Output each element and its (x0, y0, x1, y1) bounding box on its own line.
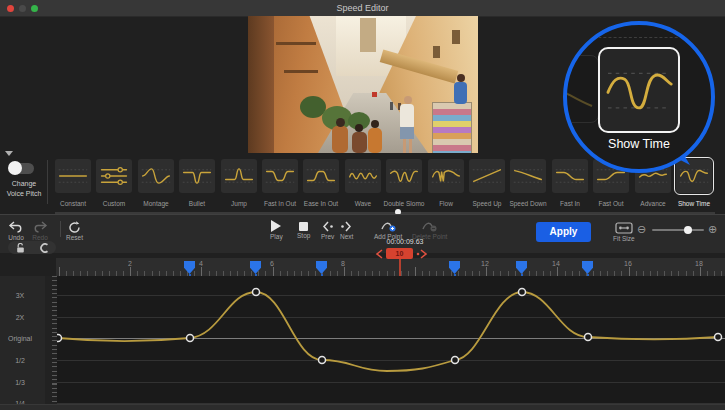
speed-axis-ruler (45, 276, 57, 404)
preview-window (433, 46, 440, 58)
stop-button[interactable]: Stop (297, 221, 310, 239)
keyframe-point[interactable] (187, 335, 194, 342)
preset-curve-icon (57, 163, 89, 189)
redo-button[interactable]: Redo (32, 221, 48, 241)
preset-curve-icon (223, 163, 255, 189)
delete-point-button[interactable]: Delete Point (412, 220, 447, 240)
keyframe-point[interactable] (319, 357, 326, 364)
preset-curve-icon (140, 163, 172, 189)
window-title: Speed Editor (0, 0, 725, 16)
preset-tile-double-slomo[interactable] (386, 159, 422, 193)
keyframe-point[interactable] (519, 289, 526, 296)
preset-tile-custom[interactable] (96, 159, 132, 193)
redo-icon (32, 221, 48, 233)
playhead-next-handle[interactable] (416, 249, 428, 259)
preview-window (452, 30, 460, 44)
preset-tile-constant[interactable] (55, 159, 91, 193)
keyframe-point[interactable] (253, 289, 260, 296)
lock-pill (8, 241, 56, 254)
play-icon (271, 220, 281, 232)
preview-person-skirt (400, 127, 414, 139)
curve-mode-icon[interactable] (40, 243, 49, 253)
magnifier-callout: Show Time (563, 21, 715, 173)
preset-tile-speed-down[interactable] (510, 159, 546, 193)
zoom-slider-handle[interactable] (684, 226, 692, 234)
preview-balcony (284, 70, 318, 73)
divider (60, 221, 61, 237)
callout-label: Show Time (567, 137, 711, 151)
prev-frame-button[interactable]: Prev (321, 221, 334, 240)
timecode-display: 00:00:09.63 (370, 238, 440, 245)
ruler-number: 2 (128, 260, 132, 267)
collapse-section-icon[interactable] (5, 151, 13, 156)
preset-tile-flow[interactable] (428, 159, 464, 193)
preset-label: Double Slomo (380, 200, 428, 207)
preset-label: Speed Down (504, 200, 552, 207)
apply-button[interactable]: Apply (536, 222, 591, 242)
preset-curve-icon (305, 163, 337, 189)
speed-axis-label: 2X (0, 314, 40, 321)
preset-tile-fast-in[interactable] (552, 159, 588, 193)
preview-person-legs (409, 139, 412, 153)
preset-label-selected: Show Time (670, 200, 718, 207)
preset-tile-speed-up[interactable] (469, 159, 505, 193)
preset-tile-jump[interactable] (221, 159, 257, 193)
playhead-prev-handle[interactable] (375, 249, 384, 259)
speed-editor-window: Speed Editor (0, 0, 725, 410)
keyframe-point[interactable] (585, 334, 592, 341)
keyframe-point[interactable] (452, 357, 459, 364)
preview-sign-red (372, 92, 377, 97)
preset-curve-icon (347, 163, 379, 189)
speed-axis-label: 1/2 (0, 357, 40, 364)
ruler-number: 6 (270, 260, 274, 267)
preset-curve-icon (512, 163, 544, 189)
preset-curve-icon (678, 163, 710, 189)
preset-label: Fast Out (587, 200, 635, 207)
fit-size-button[interactable]: Fit Size (613, 222, 635, 242)
fit-size-icon (615, 222, 633, 234)
next-frame-icon (340, 221, 353, 232)
preview-person-white-top (400, 104, 414, 128)
preset-tile-fast-in-out[interactable] (262, 159, 298, 193)
preview-seated-head (336, 118, 345, 127)
keyframe-point[interactable] (57, 335, 62, 342)
playhead-label-box[interactable]: 10 (386, 248, 413, 259)
preset-tile-montage[interactable] (138, 159, 174, 193)
zoom-out-icon[interactable]: ⊖ (637, 224, 646, 235)
callout-ghost-tile (563, 55, 599, 123)
preset-tile-show-time[interactable] (676, 159, 712, 193)
undo-icon (8, 221, 24, 233)
voice-pitch-label: Change Voice Pitch (0, 179, 48, 199)
preview-seated-head (355, 124, 363, 132)
preset-curve-icon (181, 163, 213, 189)
play-button[interactable]: Play (270, 220, 283, 240)
speed-axis-label: 1/3 (0, 379, 40, 386)
preset-label: Custom (90, 200, 138, 207)
preview-seated-person (352, 132, 367, 153)
preset-curve-icon (554, 163, 586, 189)
lock-open-icon[interactable] (16, 243, 25, 253)
preview-vendor-stall (432, 102, 472, 153)
zoom-in-icon[interactable]: ⊕ (708, 224, 717, 235)
preset-curve-icon (264, 163, 296, 189)
speed-axis-label: 3X (0, 292, 40, 299)
preset-label: Ease In Out (297, 200, 345, 207)
next-frame-button[interactable]: Next (340, 221, 353, 240)
keyframe-point[interactable] (715, 334, 722, 341)
preset-curve-icon (388, 163, 420, 189)
zoom-slider[interactable] (652, 229, 704, 231)
preset-tile-bullet[interactable] (179, 159, 215, 193)
reset-button[interactable]: Reset (66, 221, 83, 241)
preview-person-legs (403, 139, 406, 153)
undo-button[interactable]: Undo (8, 221, 24, 241)
horizontal-scrollbar[interactable] (0, 404, 725, 410)
ruler-number: 16 (624, 260, 632, 267)
preset-tile-ease-in-out[interactable] (303, 159, 339, 193)
divider (47, 160, 48, 204)
preview-person-distant (390, 102, 393, 110)
preset-tile-wave[interactable] (345, 159, 381, 193)
speed-axis-label: Original (0, 335, 40, 342)
add-point-button[interactable]: Add Point (374, 220, 402, 240)
preview-seated-head (371, 120, 379, 128)
voice-pitch-toggle-knob[interactable] (8, 161, 22, 175)
